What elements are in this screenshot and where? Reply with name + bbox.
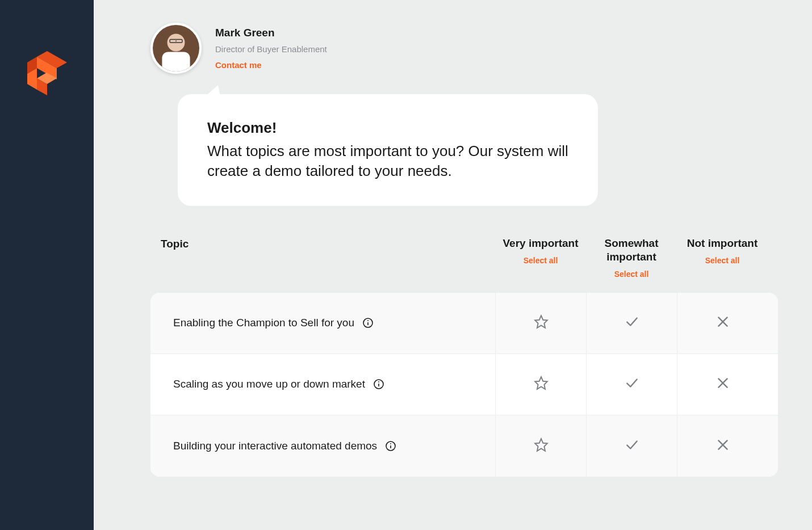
brand-logo — [27, 51, 67, 95]
info-icon[interactable] — [373, 378, 384, 390]
rate-very-important[interactable] — [495, 415, 586, 477]
table-row: Building your interactive automated demo… — [150, 415, 778, 477]
column-label-somewhat: Somewhat important — [586, 237, 677, 264]
svg-point-13 — [367, 320, 369, 321]
close-icon — [715, 314, 730, 331]
contact-row: Mark Green Director of Buyer Enablement … — [150, 23, 778, 74]
check-icon — [625, 438, 639, 455]
svg-marker-14 — [535, 316, 547, 328]
welcome-heading: Welcome! — [207, 119, 568, 137]
rate-not-important[interactable] — [677, 415, 768, 477]
svg-point-19 — [378, 381, 379, 382]
main-content: Mark Green Director of Buyer Enablement … — [94, 0, 812, 530]
column-label-not: Not important — [677, 237, 768, 250]
column-somewhat-important: Somewhat important Select all — [586, 237, 677, 279]
topic-text: Scaling as you move up or down market — [173, 378, 365, 390]
svg-point-25 — [390, 443, 391, 444]
svg-marker-20 — [535, 377, 547, 389]
rate-somewhat-important[interactable] — [586, 415, 677, 477]
topic-text: Building your interactive automated demo… — [173, 440, 377, 452]
rate-somewhat-important[interactable] — [586, 354, 677, 415]
rate-not-important[interactable] — [677, 354, 768, 415]
sidebar — [0, 0, 94, 530]
svg-rect-8 — [162, 52, 190, 71]
check-icon — [625, 376, 639, 393]
grid-body: Enabling the Champion to Sell for you — [150, 293, 778, 477]
contact-info: Mark Green Director of Buyer Enablement … — [215, 25, 327, 71]
rate-somewhat-important[interactable] — [586, 293, 677, 354]
topic-grid: Topic Very important Select all Somewhat… — [150, 237, 778, 477]
rate-very-important[interactable] — [495, 293, 586, 354]
welcome-body: What topics are most important to you? O… — [207, 141, 568, 181]
select-all-somewhat[interactable]: Select all — [614, 270, 649, 279]
info-icon[interactable] — [385, 440, 396, 452]
select-all-very[interactable]: Select all — [524, 256, 558, 265]
welcome-card: Welcome! What topics are most important … — [178, 94, 598, 206]
topic-cell: Enabling the Champion to Sell for you — [161, 317, 495, 329]
close-icon — [715, 376, 730, 393]
avatar — [150, 23, 202, 74]
topic-cell: Scaling as you move up or down market — [161, 378, 495, 390]
svg-marker-26 — [535, 439, 547, 451]
column-not-important: Not important Select all — [677, 237, 768, 266]
column-label-very: Very important — [495, 237, 586, 250]
star-icon — [534, 376, 549, 393]
topic-text: Enabling the Champion to Sell for you — [173, 317, 354, 329]
close-icon — [715, 438, 730, 455]
topic-cell: Building your interactive automated demo… — [161, 440, 495, 452]
contact-title: Director of Buyer Enablement — [215, 43, 327, 56]
star-icon — [534, 438, 549, 455]
rate-not-important[interactable] — [677, 293, 768, 354]
rate-very-important[interactable] — [495, 354, 586, 415]
column-very-important: Very important Select all — [495, 237, 586, 266]
check-icon — [625, 314, 639, 331]
star-icon — [534, 314, 549, 331]
info-icon[interactable] — [362, 317, 374, 329]
grid-header: Topic Very important Select all Somewhat… — [150, 237, 778, 293]
select-all-not[interactable]: Select all — [705, 256, 740, 265]
table-row: Scaling as you move up or down market — [150, 354, 778, 415]
contact-name: Mark Green — [215, 25, 327, 41]
contact-me-link[interactable]: Contact me — [215, 59, 327, 71]
topic-column-header: Topic — [161, 237, 495, 250]
table-row: Enabling the Champion to Sell for you — [150, 293, 778, 354]
